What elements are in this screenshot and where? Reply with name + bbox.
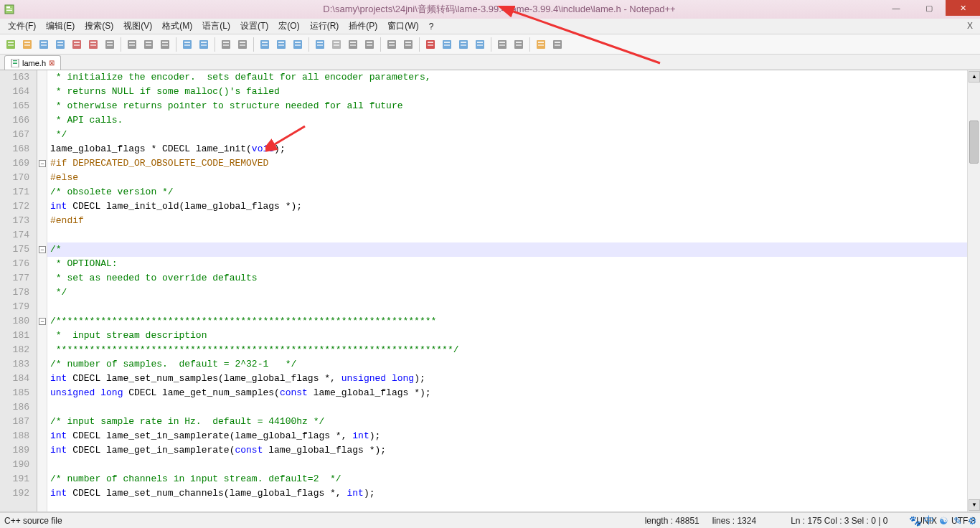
code-line[interactable]: * set as needed to override defaults [47, 271, 967, 286]
file-tab[interactable]: lame.h ⊠ [4, 55, 61, 70]
menu-item[interactable]: 设置(T) [235, 19, 273, 34]
code-line[interactable]: lame_global_flags * CDECL lame_init(void… [47, 142, 967, 156]
svg-rect-100 [13, 63, 17, 64]
svg-rect-38 [201, 42, 207, 43]
fold-toggle[interactable]: − [39, 318, 46, 325]
menu-item[interactable]: 窗口(W) [382, 19, 423, 34]
p3-button[interactable] [550, 37, 565, 52]
cut-button[interactable] [124, 37, 140, 52]
svg-rect-54 [295, 44, 301, 46]
fold-toggle[interactable]: − [39, 246, 46, 253]
print-button[interactable] [102, 37, 118, 52]
macro-rec-button[interactable] [423, 37, 438, 52]
code-line[interactable]: * returns NULL if some malloc()'s failed [47, 85, 967, 99]
code-line[interactable]: unsigned long CDECL lame_get_num_samples… [47, 386, 967, 400]
tab-close-icon[interactable]: ⊠ [49, 59, 55, 67]
macro-multi-button[interactable] [472, 37, 488, 52]
menu-item[interactable]: 视图(V) [118, 19, 157, 34]
code-line[interactable]: */ [47, 128, 967, 142]
code-line[interactable]: int CDECL lame_set_num_channels(lame_glo… [47, 486, 967, 501]
zoom-in-button[interactable] [257, 37, 273, 52]
find-button[interactable] [218, 37, 234, 52]
tray-icon-2[interactable]: 中 [923, 514, 936, 527]
tray-icon-3[interactable]: ☯ [937, 514, 950, 527]
code-line[interactable]: * input stream description [47, 329, 967, 343]
new-button[interactable] [3, 37, 19, 52]
code-line[interactable]: int CDECL lame_get_in_samplerate(const l… [47, 443, 967, 458]
tab-label: lame.h [22, 59, 46, 67]
code-line[interactable]: * otherwise returns pointer to structure… [47, 99, 967, 113]
vertical-scrollbar[interactable]: ▲ ▼ [967, 70, 980, 512]
code-line[interactable] [47, 300, 967, 314]
menu-item[interactable]: 编辑(E) [41, 19, 80, 34]
save-all-button[interactable] [52, 37, 68, 52]
zoom-out-button[interactable] [273, 37, 289, 52]
code-content[interactable]: * initialize the encoder. sets default f… [47, 70, 967, 512]
copy-button[interactable] [141, 37, 156, 52]
svg-rect-71 [405, 42, 411, 43]
tray-icon-1[interactable]: 🐾 [908, 514, 921, 527]
menu-item[interactable]: ? [424, 20, 439, 33]
paste-button[interactable] [157, 37, 173, 52]
code-line[interactable]: #if DEPRECATED_OR_OBSOLETE_CODE_REMOVED [47, 156, 967, 171]
wrap-button[interactable] [312, 37, 328, 52]
redo-button[interactable] [196, 37, 212, 52]
code-line[interactable]: */ [47, 286, 967, 300]
minimize-button[interactable]: — [880, 0, 913, 16]
spell-button[interactable] [533, 37, 549, 52]
code-line[interactable]: int CDECL lame_set_in_samplerate(lame_gl… [47, 429, 967, 443]
scroll-up-button[interactable]: ▲ [969, 71, 980, 82]
scroll-thumb[interactable] [969, 121, 979, 164]
code-line[interactable]: /* obsolete version */ [47, 185, 967, 199]
menu-item[interactable]: 插件(P) [344, 19, 382, 34]
macro-play-button[interactable] [439, 37, 455, 52]
svg-rect-63 [350, 44, 356, 46]
code-line[interactable]: /* number of samples. default = 2^32-1 *… [47, 357, 967, 372]
code-line[interactable]: int CDECL lame_init_old(lame_global_flag… [47, 199, 967, 214]
scroll-down-button[interactable]: ▼ [969, 499, 980, 511]
code-line[interactable] [47, 400, 967, 415]
code-line[interactable]: #endif [47, 214, 967, 228]
code-line[interactable]: * initialize the encoder. sets default f… [47, 70, 967, 85]
menu-item[interactable]: 搜索(S) [80, 19, 118, 34]
maximize-button[interactable]: ▢ [913, 0, 946, 16]
svg-rect-5 [8, 42, 14, 43]
doc-button[interactable] [400, 37, 416, 52]
guide-button[interactable] [362, 37, 377, 52]
open-button[interactable] [19, 37, 35, 52]
tray-icon-5[interactable]: ⚙ [966, 514, 979, 527]
code-line[interactable]: /* input sample rate in Hz. default = 44… [47, 415, 967, 429]
close-button[interactable]: ✕ [946, 0, 980, 16]
replace-button[interactable] [235, 37, 250, 52]
code-line[interactable]: /* number of channels in input stream. d… [47, 472, 967, 486]
macro-run-button[interactable] [456, 37, 471, 52]
code-line[interactable]: /***************************************… [47, 314, 967, 329]
p1-button[interactable] [494, 37, 510, 52]
close-all-button[interactable] [85, 37, 101, 52]
code-line[interactable] [47, 228, 967, 242]
undo-button[interactable] [179, 37, 195, 52]
save-button[interactable] [36, 37, 52, 52]
svg-rect-39 [201, 44, 207, 46]
menu-item[interactable]: 运行(R) [305, 19, 344, 34]
menu-item[interactable]: 格式(M) [157, 19, 197, 34]
code-line[interactable]: int CDECL lame_set_num_samples(lame_glob… [47, 372, 967, 386]
code-line[interactable]: ****************************************… [47, 343, 967, 357]
code-line[interactable]: /* [47, 242, 967, 257]
lang-button[interactable] [384, 37, 400, 52]
tray-icon-4[interactable]: ✎ [951, 514, 964, 527]
menu-close-icon[interactable]: X [967, 21, 973, 31]
sync-button[interactable] [290, 37, 306, 52]
code-line[interactable]: * API calls. [47, 113, 967, 128]
p2-button[interactable] [511, 37, 527, 52]
indent-button[interactable] [345, 37, 361, 52]
fold-toggle[interactable]: − [39, 160, 46, 167]
code-line[interactable] [47, 458, 967, 472]
menu-item[interactable]: 宏(O) [273, 19, 304, 34]
code-line[interactable]: #else [47, 171, 967, 185]
menu-item[interactable]: 语言(L) [197, 19, 235, 34]
all-chars-button[interactable] [329, 37, 344, 52]
code-line[interactable]: * OPTIONAL: [47, 257, 967, 271]
close-button[interactable] [69, 37, 85, 52]
menu-item[interactable]: 文件(F) [3, 19, 41, 34]
